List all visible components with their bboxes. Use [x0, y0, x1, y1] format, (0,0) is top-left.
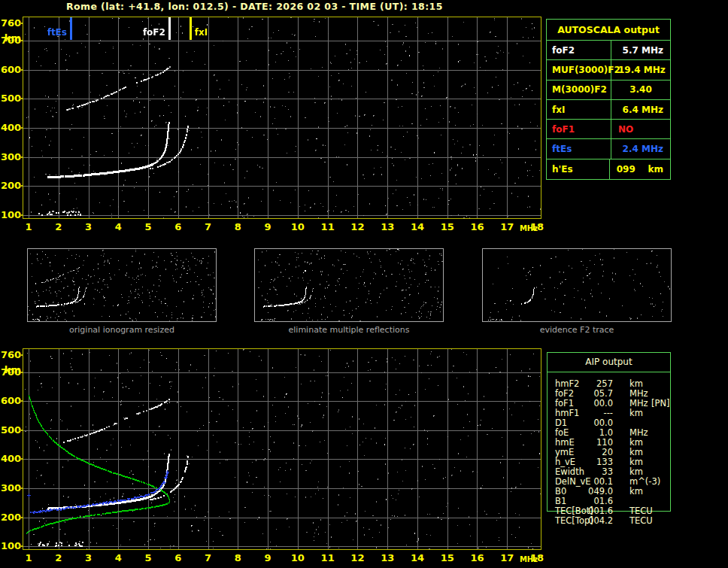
autoscala-row-label: ftEs [547, 139, 611, 158]
autoscala-row-value: NO [611, 124, 670, 135]
y-tick-mark [19, 185, 23, 187]
x-tick-label: 2 [55, 553, 62, 563]
x-tick-label: 9 [265, 553, 271, 563]
y-tick-label: 760 [1, 350, 21, 360]
y-tick-label: 600 [1, 396, 21, 405]
x-tick-label: 11 [321, 222, 335, 232]
autoscala-row-6: h'Es099 km [547, 159, 670, 179]
y-tick-label: 500 [1, 93, 21, 103]
autoscala-row-1: MUF(3000)F219.4 MHz [547, 60, 670, 80]
x-tick-label: 12 [350, 222, 364, 232]
caption-original-ionogram: original ionogram resized [27, 325, 217, 335]
x-tick-label: 2 [55, 222, 62, 232]
x-tick-label: 10 [291, 553, 305, 563]
y-tick-mark [19, 400, 23, 402]
x-tick-label: 10 [291, 222, 305, 232]
autoscala-table-rows: foF25.7 MHzMUF(3000)F219.4 MHzM(3000)F23… [547, 41, 670, 179]
autoscala-row-label: MUF(3000)F2 [547, 60, 611, 79]
autoscala-row-label: fxI [547, 100, 611, 119]
y-tick-label: 100 [1, 541, 21, 551]
y-tick-label: 400 [1, 123, 21, 132]
y-tick-mark [19, 156, 23, 158]
x-tick-label: 17 [500, 222, 514, 232]
autoscala-row-label: M(3000)F2 [547, 80, 611, 99]
y-axis-unit: km [1, 365, 21, 375]
ionogram-main-canvas [23, 17, 541, 218]
x-tick-label: 6 [174, 222, 181, 232]
x-tick-label: 3 [85, 553, 92, 563]
x-tick-label: 5 [145, 222, 152, 232]
aip-cell-nt: [PN] [651, 399, 670, 409]
ionogram-main-plot [23, 17, 541, 219]
autoscala-output-table: AUTOSCALA output foF25.7 MHzMUF(3000)F21… [546, 19, 671, 180]
y-tick-label: 300 [1, 152, 21, 162]
y-tick-mark [19, 458, 23, 460]
y-tick-label: 200 [1, 181, 21, 190]
aip-cell-vl: 004.2 [575, 516, 613, 526]
autoscala-row-4: foF1NO [547, 120, 670, 139]
y-tick-label: 400 [1, 454, 21, 463]
panel-evidence-f2 [482, 248, 672, 322]
y-tick-mark [19, 354, 23, 356]
x-tick-label: 14 [411, 222, 424, 232]
y-tick-label: 760 [1, 18, 21, 28]
aip-table-title: AIP output [548, 353, 670, 372]
x-axis-unit: MHz [520, 225, 538, 232]
aip-cell-un: km [629, 409, 643, 418]
y-tick-label: 600 [1, 65, 21, 74]
y-tick-mark [19, 430, 23, 431]
aip-cell-un: km [629, 487, 643, 497]
autoscala-row-0: foF25.7 MHz [547, 41, 670, 60]
x-tick-label: 9 [265, 222, 271, 232]
y-tick-mark [19, 214, 23, 216]
panel-eliminate-canvas [255, 249, 443, 321]
autoscala-row-2: M(3000)F23.40 [547, 80, 670, 100]
ionogram-profile-plot [23, 348, 541, 550]
autoscala-row-value: 3.40 [611, 84, 670, 95]
x-tick-label: 15 [441, 222, 454, 232]
y-axis-unit: km [1, 33, 21, 43]
y-tick-label: 200 [1, 512, 21, 522]
autoscala-row-value: 099 km [610, 164, 670, 175]
y-tick-mark [19, 23, 23, 24]
aip-row-tec-top-: TEC[Top]004.2TECU [547, 516, 671, 526]
y-tick-mark [19, 127, 23, 129]
autoscala-row-label: foF2 [547, 41, 611, 59]
autoscala-row-value: 6.4 MHz [611, 105, 670, 115]
x-tick-label: 12 [350, 553, 364, 563]
x-tick-label: 13 [381, 553, 394, 563]
y-tick-label: 500 [1, 425, 21, 435]
x-tick-label: 15 [441, 553, 454, 563]
x-tick-label: 4 [115, 553, 122, 563]
x-tick-label: 7 [205, 553, 211, 563]
marker-label-ftes: ftEs [47, 28, 67, 37]
x-tick-label: 11 [321, 553, 335, 563]
x-tick-label: 6 [174, 553, 181, 563]
x-tick-label: 16 [470, 553, 484, 563]
x-tick-label: 1 [25, 553, 32, 563]
autoscala-row-value: 5.7 MHz [611, 45, 670, 56]
x-tick-label: 4 [115, 222, 122, 232]
autoscala-table-title: AUTOSCALA output [547, 20, 670, 41]
page-title: Rome (lat: +41.8, lon: 012.5) - DATE: 20… [66, 1, 443, 12]
panel-original-canvas [28, 249, 216, 321]
x-tick-label: 8 [235, 222, 241, 232]
y-tick-mark [19, 488, 23, 489]
panel-eliminate-reflections [254, 248, 444, 322]
ionogram-profile-canvas [23, 349, 541, 549]
x-tick-label: 5 [145, 553, 152, 563]
y-tick-mark [19, 545, 23, 547]
marker-label-fof2: foF2 [143, 28, 165, 37]
x-tick-label: 13 [381, 222, 394, 232]
marker-label-fxi: fxI [195, 28, 208, 37]
y-tick-mark [19, 98, 23, 99]
caption-eliminate-reflections: eliminate multiple reflections [254, 325, 444, 335]
y-tick-mark [19, 69, 23, 71]
caption-evidence-f2: evidence F2 trace [482, 325, 672, 335]
autoscala-row-value: 2.4 MHz [611, 144, 670, 154]
autoscala-app-window: { "title": "Rome (lat: +41.8, lon: 012.5… [0, 0, 728, 568]
x-tick-label: 14 [411, 553, 424, 563]
x-tick-label: 8 [235, 553, 241, 563]
panel-evidence-canvas [483, 249, 671, 321]
aip-cell-un: TECU [629, 516, 653, 526]
